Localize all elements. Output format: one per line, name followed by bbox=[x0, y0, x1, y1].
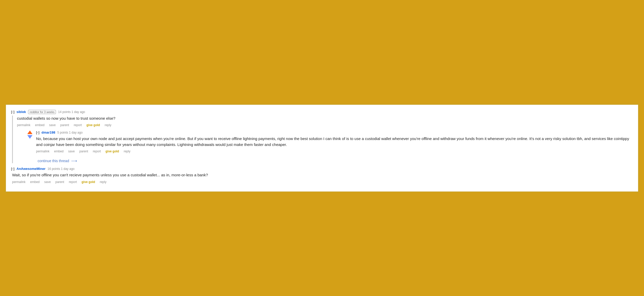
anawesomeminer-action-bar: permalink embed save parent report give … bbox=[12, 180, 630, 184]
anawesomeminer-reply[interactable]: reply bbox=[100, 180, 106, 184]
dmar198-comment-text: No, because you can host your own node a… bbox=[36, 136, 630, 147]
anawesomeminer-report[interactable]: report bbox=[69, 180, 77, 184]
siblek-user-badge: redditor for 3 weeks bbox=[28, 110, 56, 114]
page-container: [-] siblek redditor for 3 weeks 14 point… bbox=[5, 104, 639, 192]
siblek-save[interactable]: save bbox=[49, 123, 56, 127]
siblek-permalink[interactable]: permalink bbox=[17, 123, 30, 127]
dmar198-downvote-arrow[interactable] bbox=[27, 135, 32, 139]
siblek-collapse-btn[interactable]: [-] bbox=[11, 110, 14, 114]
dmar198-parent[interactable]: parent bbox=[79, 150, 88, 153]
dmar198-save[interactable]: save bbox=[68, 150, 75, 153]
anawesomeminer-comment-block: [-] AnAwesomeMiner 16 points 1 day ago W… bbox=[11, 167, 630, 184]
anawesomeminer-username[interactable]: AnAwesomeMiner bbox=[16, 167, 45, 171]
dmar198-username[interactable]: dmar198 bbox=[41, 130, 55, 134]
anawesomeminer-embed[interactable]: embed bbox=[30, 180, 40, 184]
siblek-comment-text: custodial wallets so now you have to tru… bbox=[17, 116, 630, 121]
anawesomeminer-comment-header: [-] AnAwesomeMiner 16 points 1 day ago bbox=[11, 167, 630, 171]
anawesomeminer-collapse-btn[interactable]: [-] bbox=[11, 167, 14, 171]
anawesomeminer-save[interactable]: save bbox=[44, 180, 51, 184]
siblek-comment-body-wrapper: custodial wallets so now you have to tru… bbox=[12, 116, 630, 163]
continue-thread-link[interactable]: continue this thread ⟶ bbox=[38, 158, 630, 163]
siblek-embed[interactable]: embed bbox=[35, 123, 45, 127]
dmar198-comment-block: [-] dmar198 5 points 1 day ago No, becau… bbox=[27, 130, 630, 163]
dmar198-collapse-btn[interactable]: [-] bbox=[36, 130, 39, 134]
anawesomeminer-comment-text: Wait, so if you're offline you can't rec… bbox=[12, 172, 630, 178]
siblek-comment-block: [-] siblek redditor for 3 weeks 14 point… bbox=[11, 110, 630, 163]
anawesomeminer-comment-meta: 16 points 1 day ago bbox=[47, 167, 74, 171]
dmar198-reply[interactable]: reply bbox=[124, 150, 130, 153]
continue-thread-text: continue this thread bbox=[38, 159, 69, 163]
siblek-report[interactable]: report bbox=[74, 123, 82, 127]
siblek-username[interactable]: siblek bbox=[16, 110, 26, 114]
siblek-reply[interactable]: reply bbox=[105, 123, 111, 127]
siblek-give-gold[interactable]: give gold bbox=[86, 123, 100, 127]
dmar198-embed[interactable]: embed bbox=[54, 150, 64, 153]
siblek-action-bar: permalink embed save parent report give … bbox=[17, 123, 630, 127]
anawesomeminer-permalink[interactable]: permalink bbox=[12, 180, 26, 184]
continue-thread-block: continue this thread ⟶ bbox=[38, 158, 630, 163]
dmar198-vote-arrows bbox=[27, 130, 32, 139]
anawesomeminer-give-gold[interactable]: give gold bbox=[81, 180, 95, 184]
siblek-comment-header: [-] siblek redditor for 3 weeks 14 point… bbox=[11, 110, 630, 114]
dmar198-report[interactable]: report bbox=[93, 150, 101, 153]
siblek-comment-meta: 14 points 1 day ago bbox=[58, 110, 85, 114]
dmar198-give-gold[interactable]: give gold bbox=[105, 150, 119, 153]
dmar198-action-bar: permalink embed save parent report give … bbox=[36, 150, 630, 153]
dmar198-upvote-arrow[interactable] bbox=[27, 130, 32, 134]
dmar198-comment-meta: 5 points 1 day ago bbox=[57, 131, 82, 134]
continue-thread-arrow-icon: ⟶ bbox=[71, 158, 77, 163]
dmar198-permalink[interactable]: permalink bbox=[36, 150, 49, 153]
anawesomeminer-parent[interactable]: parent bbox=[55, 180, 64, 184]
dmar198-comment-header: [-] dmar198 5 points 1 day ago bbox=[36, 130, 630, 134]
dmar198-vote-content: [-] dmar198 5 points 1 day ago No, becau… bbox=[27, 130, 630, 156]
siblek-parent[interactable]: parent bbox=[60, 123, 69, 127]
dmar198-content: [-] dmar198 5 points 1 day ago No, becau… bbox=[36, 130, 630, 156]
